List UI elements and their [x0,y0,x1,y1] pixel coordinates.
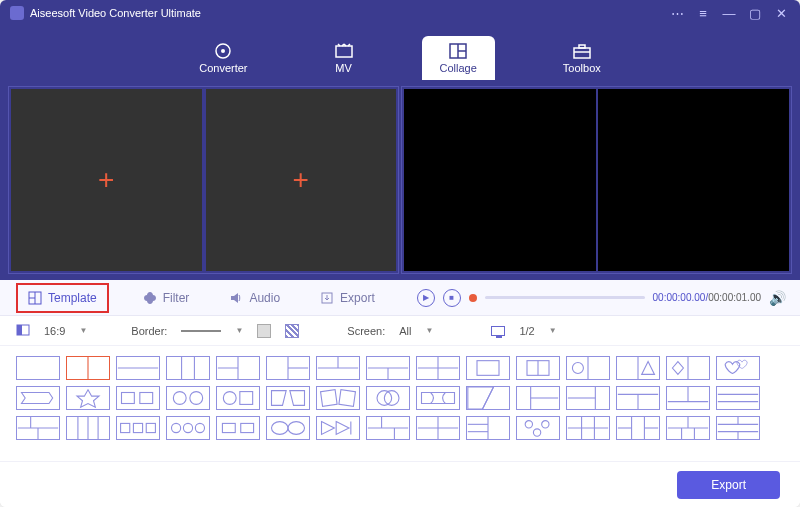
template-thumb[interactable] [416,386,460,410]
template-thumb[interactable] [216,416,260,440]
main-nav: Converter MV Collage Toolbox [0,26,800,80]
pager-value[interactable]: 1/2 [519,325,534,337]
template-thumb[interactable] [116,356,160,380]
svg-marker-80 [322,422,335,435]
nav-toolbox[interactable]: Toolbox [545,36,619,80]
template-thumb[interactable] [616,386,660,410]
template-thumb[interactable] [316,356,360,380]
template-thumb[interactable] [516,386,560,410]
chevron-down-icon[interactable]: ▼ [549,326,557,335]
template-thumb[interactable] [266,416,310,440]
template-thumb[interactable] [666,386,710,410]
tab-label: Export [340,291,375,305]
svg-point-91 [525,421,532,428]
template-thumb[interactable] [266,356,310,380]
tab-template[interactable]: Template [16,283,109,313]
template-thumb[interactable] [516,416,560,440]
template-thumb[interactable] [566,356,610,380]
aspect-ratio-value[interactable]: 16:9 [44,325,65,337]
template-thumb[interactable] [166,386,210,410]
template-thumb[interactable] [616,416,660,440]
tab-audio[interactable]: Audio [223,287,286,309]
close-icon[interactable]: ✕ [772,4,790,22]
chevron-down-icon[interactable]: ▼ [79,326,87,335]
template-thumb[interactable] [316,416,360,440]
feedback-icon[interactable]: ⋯ [668,4,686,22]
svg-point-74 [183,423,192,432]
timeline-slider[interactable] [485,296,645,299]
svg-rect-2 [336,46,352,57]
border-pattern-picker[interactable] [285,324,299,338]
template-thumb[interactable] [466,356,510,380]
template-thumb[interactable] [66,416,110,440]
template-thumb[interactable] [366,356,410,380]
tool-tabs: Template Filter Audio Export ▶ ■ 00:00:0… [0,280,800,316]
template-thumb[interactable] [266,386,310,410]
svg-point-78 [272,422,289,435]
template-thumb[interactable] [516,356,560,380]
record-indicator-icon [469,294,477,302]
tab-filter[interactable]: Filter [137,287,196,309]
template-thumb[interactable] [116,386,160,410]
template-thumb[interactable] [416,416,460,440]
template-thumb[interactable] [466,386,510,410]
nav-label: Toolbox [563,62,601,74]
tab-export[interactable]: Export [314,287,381,309]
preview-cell [598,89,790,271]
template-grid [0,346,800,461]
nav-label: MV [335,62,352,74]
border-color-picker[interactable] [257,324,271,338]
chevron-down-icon[interactable]: ▼ [426,326,434,335]
play-button[interactable]: ▶ [417,289,435,307]
template-thumb[interactable] [16,416,60,440]
svg-marker-39 [77,390,99,407]
template-thumb[interactable] [66,386,110,410]
template-thumb[interactable] [716,356,760,380]
template-thumb[interactable] [716,416,760,440]
nav-collage[interactable]: Collage [422,36,495,80]
add-media-slot-2[interactable]: + [206,89,397,271]
template-thumb[interactable] [366,386,410,410]
nav-converter[interactable]: Converter [181,36,265,80]
template-thumb[interactable] [666,416,710,440]
template-thumb[interactable] [216,386,260,410]
volume-icon[interactable]: 🔊 [769,290,786,306]
svg-point-1 [221,49,225,53]
template-thumb[interactable] [66,356,110,380]
stop-button[interactable]: ■ [443,289,461,307]
template-thumb[interactable] [366,416,410,440]
template-thumb[interactable] [566,416,610,440]
screen-value[interactable]: All [399,325,411,337]
minimize-icon[interactable]: — [720,4,738,22]
svg-rect-7 [579,45,585,48]
template-thumb[interactable] [166,416,210,440]
template-thumb[interactable] [716,386,760,410]
maximize-icon[interactable]: ▢ [746,4,764,22]
app-window: Aiseesoft Video Converter Ultimate ⋯ ≡ —… [0,0,800,507]
template-thumb[interactable] [16,356,60,380]
export-button[interactable]: Export [677,471,780,499]
nav-mv[interactable]: MV [316,36,372,80]
template-thumb[interactable] [316,386,360,410]
template-thumb[interactable] [616,356,660,380]
converter-icon [213,42,233,60]
template-thumb[interactable] [116,416,160,440]
preview-cell [404,89,596,271]
mv-icon [334,42,354,60]
border-style-select[interactable] [181,330,221,332]
add-media-slot-1[interactable]: + [11,89,202,271]
template-thumb[interactable] [666,356,710,380]
svg-point-79 [288,422,305,435]
svg-point-75 [195,423,204,432]
footer: Export [0,461,800,507]
template-thumb[interactable] [566,386,610,410]
chevron-down-icon[interactable]: ▼ [235,326,243,335]
template-thumb[interactable] [16,386,60,410]
template-thumb[interactable] [216,356,260,380]
template-thumb[interactable] [466,416,510,440]
aspect-ratio-icon [16,324,30,338]
menu-icon[interactable]: ≡ [694,4,712,22]
svg-point-43 [190,392,203,405]
template-thumb[interactable] [416,356,460,380]
template-thumb[interactable] [166,356,210,380]
